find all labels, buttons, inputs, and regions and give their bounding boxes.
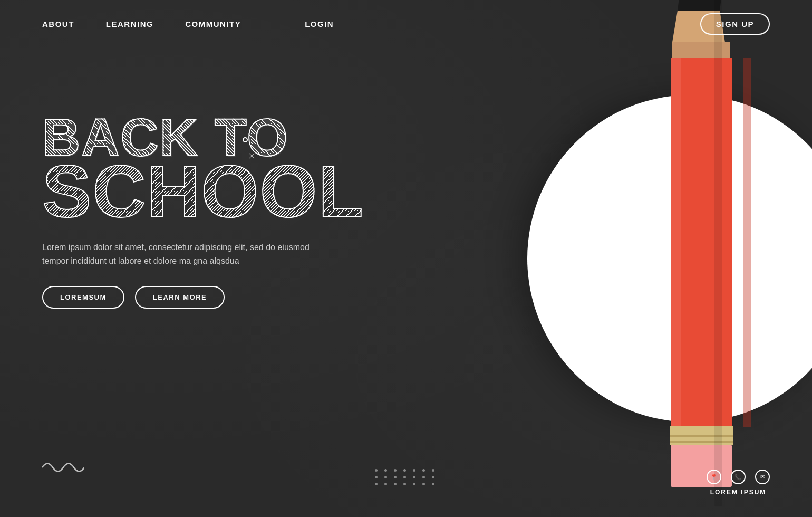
cta-buttons: LOREMSUM LEARN MORE — [42, 286, 401, 309]
footer-icons-row: 📍 📞 ✉ — [707, 470, 770, 484]
phone-icon: 📞 — [731, 470, 746, 484]
nav-about[interactable]: ABOUT — [42, 20, 74, 28]
main-content: BACK TO SCHOOL Lorem ipsum dolor sit ame… — [42, 47, 812, 517]
title-block: BACK TO SCHOOL — [42, 111, 401, 225]
loremsum-button[interactable]: LOREMSUM — [42, 286, 124, 309]
footer-icons: 📍 📞 ✉ LOREM IPSUM — [707, 470, 770, 496]
nav-learning[interactable]: LEARNING — [106, 20, 153, 28]
nav-community[interactable]: COMMUNITY — [185, 20, 241, 28]
navigation: ABOUT LEARNING COMMUNITY LOGIN SIGN UP — [0, 0, 812, 47]
title-line2: SCHOOL — [42, 158, 401, 225]
email-icon: ✉ — [755, 470, 770, 484]
learn-more-button[interactable]: LEARN MORE — [135, 286, 225, 309]
dot-decoration — [243, 137, 248, 142]
wave-decoration — [42, 457, 84, 475]
footer-label: LOREM IPSUM — [710, 489, 767, 496]
nav-divider — [273, 16, 273, 32]
left-section: BACK TO SCHOOL Lorem ipsum dolor sit ame… — [42, 47, 401, 309]
nav-links: ABOUT LEARNING COMMUNITY LOGIN — [42, 16, 700, 32]
signup-button[interactable]: SIGN UP — [700, 13, 770, 35]
hero-description: Lorem ipsum dolor sit amet, consectetur … — [42, 241, 316, 267]
nav-login[interactable]: LOGIN — [305, 20, 334, 28]
snowflake-decoration: ✳ — [248, 150, 256, 162]
location-icon: 📍 — [707, 470, 721, 484]
dot-grid-decoration — [375, 469, 437, 485]
